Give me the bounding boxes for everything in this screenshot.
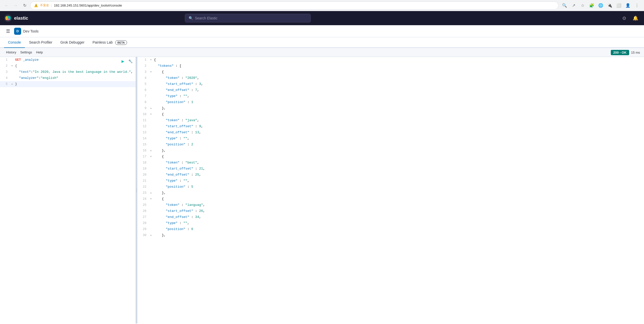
tab-grok-debugger[interactable]: Grok Debugger xyxy=(56,37,89,48)
resp-line-number: 13 xyxy=(137,130,149,135)
resp-fold-indicator[interactable]: ▲ xyxy=(149,106,153,111)
resp-fold-indicator[interactable]: ▲ xyxy=(149,190,153,196)
svg-point-3 xyxy=(5,16,8,20)
forward-button[interactable]: → xyxy=(12,2,19,9)
editor-line-3: 3 "text":"In 2020, Java is the best lang… xyxy=(0,69,136,75)
reload-button[interactable]: ↻ xyxy=(21,2,28,9)
response-line: 5 "start_offset" : 3, xyxy=(137,81,644,87)
security-warning-icon: ⚠️ xyxy=(34,4,38,7)
resp-line-number: 11 xyxy=(137,118,149,123)
response-pane[interactable]: 1▼{2 "tokens" : [3▼ {4 "token" : "2020",… xyxy=(137,57,644,323)
response-line: 12 "start_offset" : 9, xyxy=(137,123,644,129)
resp-line-content: "start_offset" : 3, xyxy=(153,81,644,87)
line-content-2: { xyxy=(14,63,136,69)
resp-line-number: 29 xyxy=(137,226,149,232)
resp-line-number: 7 xyxy=(137,93,149,99)
resp-line-number: 28 xyxy=(137,220,149,226)
header-right: ⊙ 🔔 xyxy=(620,14,640,23)
settings-button[interactable]: Settings xyxy=(18,49,34,55)
zoom-button[interactable]: 🔍 xyxy=(560,2,569,10)
resp-fold-indicator xyxy=(149,130,153,135)
line-fold-1 xyxy=(10,57,14,63)
resp-fold-indicator[interactable]: ▼ xyxy=(149,196,153,202)
split-button[interactable]: ⬜ xyxy=(615,2,623,10)
response-line: 2 "tokens" : [ xyxy=(137,63,644,69)
resp-line-content: "position" : 5 xyxy=(153,184,644,190)
resp-fold-indicator[interactable]: ▲ xyxy=(149,233,153,238)
line-fold-2[interactable]: ▼ xyxy=(10,63,14,69)
security-warning-text: 不安全 xyxy=(40,3,49,8)
resp-fold-indicator[interactable]: ▼ xyxy=(149,112,153,117)
response-line: 25 "token" : "languag", xyxy=(137,202,644,208)
editor-line-2: 2 ▼ { xyxy=(0,63,136,69)
resp-fold-indicator[interactable]: ▲ xyxy=(149,148,153,153)
resp-line-content: }, xyxy=(153,148,644,153)
response-line: 22 "position" : 5 xyxy=(137,184,644,190)
response-line: 1▼{ xyxy=(137,57,644,63)
resp-fold-indicator xyxy=(149,136,153,141)
app-header: elastic 🔍 Search Elastic ⊙ 🔔 xyxy=(0,11,644,25)
resp-line-content: "tokens" : [ xyxy=(153,63,644,69)
resp-fold-indicator xyxy=(149,93,153,99)
response-line: 28 "type" : "", xyxy=(137,220,644,226)
translate-button[interactable]: 🌐 xyxy=(597,2,605,10)
notifications-icon[interactable]: 🔔 xyxy=(631,14,640,23)
history-button[interactable]: History xyxy=(4,49,18,55)
share-button[interactable]: ↗ xyxy=(570,2,578,10)
svg-point-4 xyxy=(8,16,11,20)
resp-line-content: "type" : "", xyxy=(153,178,644,184)
bookmark-button[interactable]: ☆ xyxy=(579,2,587,10)
response-line: 4 "token" : "2020", xyxy=(137,75,644,81)
resp-line-content: "type" : "", xyxy=(153,220,644,226)
response-line: 24▼ { xyxy=(137,196,644,202)
elastic-logo-icon xyxy=(4,14,12,22)
help-button[interactable]: Help xyxy=(34,49,45,55)
resp-fold-indicator xyxy=(149,63,153,69)
tab-console[interactable]: Console xyxy=(4,37,25,48)
run-button[interactable]: ▶ xyxy=(119,58,126,64)
resp-fold-indicator xyxy=(149,214,153,220)
resp-line-number: 1 xyxy=(137,57,149,63)
main-content: 1 GET _analyze ▶ 🔧 2 ▼ { 3 "text":"In 20… xyxy=(0,57,644,323)
resp-line-content: }, xyxy=(153,106,644,111)
tab-search-profiler[interactable]: Search Profiler xyxy=(25,37,56,48)
line-number-2: 2 xyxy=(0,63,10,69)
line-fold-5[interactable]: ▲ xyxy=(10,81,14,87)
puzzle-button[interactable]: 🔌 xyxy=(606,2,614,10)
response-line: 13 "end_offset" : 13, xyxy=(137,129,644,136)
wrench-button[interactable]: 🔧 xyxy=(127,58,134,64)
extension-button[interactable]: 🧩 xyxy=(588,2,596,10)
profile-button[interactable]: 👤 xyxy=(624,2,632,10)
resp-fold-indicator xyxy=(149,166,153,172)
resp-line-content: "end_offset" : 34, xyxy=(153,214,644,220)
resp-fold-indicator xyxy=(149,100,153,105)
search-bar[interactable]: 🔍 Search Elastic xyxy=(185,14,311,22)
resp-line-number: 22 xyxy=(137,184,149,190)
address-bar[interactable]: ⚠️ 不安全 | 192.168.245.151:5601/app/dev_to… xyxy=(30,2,558,10)
resp-fold-indicator[interactable]: ▼ xyxy=(149,57,153,63)
line-number-3: 3 xyxy=(0,69,10,75)
tab-painless-lab[interactable]: Painless Lab BETA xyxy=(89,37,131,48)
resp-fold-indicator[interactable]: ▼ xyxy=(149,69,153,75)
logo-text: elastic xyxy=(14,16,28,21)
back-button[interactable]: ← xyxy=(3,2,10,9)
resp-line-content: "position" : 1 xyxy=(153,100,644,105)
hamburger-button[interactable]: ☰ xyxy=(4,27,12,35)
response-line: 29 "position" : 6 xyxy=(137,226,644,232)
response-line: 18 "token" : "best", xyxy=(137,160,644,166)
help-circle-icon[interactable]: ⊙ xyxy=(620,14,629,23)
response-line: 26 "start_offset" : 26, xyxy=(137,208,644,214)
resp-line-number: 26 xyxy=(137,208,149,214)
elastic-logo: elastic xyxy=(4,14,28,22)
response-line: 19 "start_offset" : 21, xyxy=(137,166,644,172)
menu-button[interactable]: ⋮ xyxy=(633,2,641,10)
resp-fold-indicator[interactable]: ▼ xyxy=(149,154,153,159)
line-number-5: 5 xyxy=(0,81,10,87)
resp-line-number: 8 xyxy=(137,100,149,105)
resp-line-number: 15 xyxy=(137,142,149,147)
resp-line-content: }, xyxy=(153,233,644,238)
line-number-1: 1 xyxy=(0,57,10,63)
resp-line-number: 14 xyxy=(137,136,149,141)
editor-pane[interactable]: 1 GET _analyze ▶ 🔧 2 ▼ { 3 "text":"In 20… xyxy=(0,57,136,323)
resp-line-content: "position" : 6 xyxy=(153,226,644,232)
